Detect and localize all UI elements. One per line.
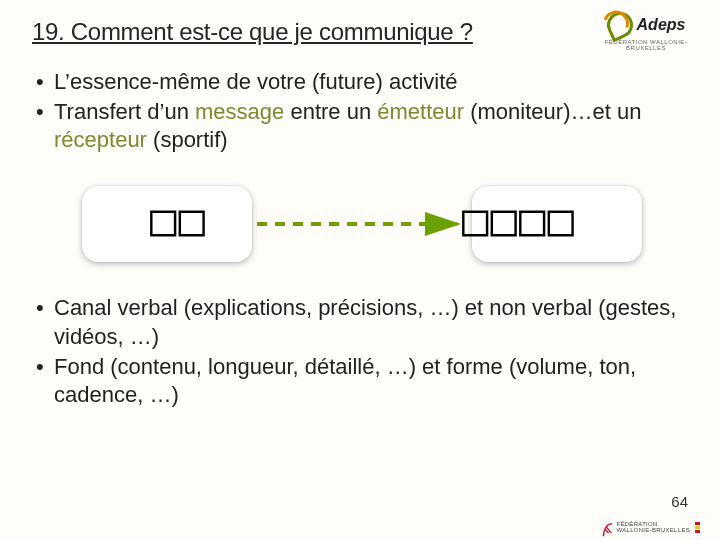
bullet-text: Transfert d’un: [54, 99, 195, 124]
slide: Adeps FÉDÉRATION WALLONIE-BRUXELLES 19. …: [0, 0, 720, 540]
bullet-item: Canal verbal (explications, précisions, …: [32, 294, 692, 350]
adeps-logo-name: Adeps: [637, 16, 686, 33]
adeps-logo: Adeps FÉDÉRATION WALLONIE-BRUXELLES: [596, 12, 696, 51]
slide-title: 19. Comment est-ce que je communique ?: [32, 18, 692, 46]
rooster-icon: ϡ: [602, 516, 613, 538]
adeps-logo-icon: [602, 8, 637, 43]
page-number: 64: [671, 493, 688, 510]
bullet-text: L’essence-même de votre (future) activit…: [54, 69, 458, 94]
bullet-text: émetteur: [377, 99, 464, 124]
diagram-arrow: [82, 178, 642, 270]
bullet-item: Transfert d’un message entre un émetteur…: [32, 98, 692, 154]
federation-logo: ϡ FÉDÉRATION WALLONIE-BRUXELLES: [602, 516, 700, 538]
bullet-text: message: [195, 99, 284, 124]
diagram: □□ □□□□: [32, 178, 692, 270]
bullet-text: Canal verbal (explications, précisions, …: [54, 295, 676, 348]
bullet-list-top: L’essence-même de votre (future) activit…: [32, 68, 692, 154]
bullet-list-bottom: Canal verbal (explications, précisions, …: [32, 294, 692, 409]
bullet-text: entre un: [284, 99, 377, 124]
bullet-text: (sportif): [147, 127, 228, 152]
bullet-text: (moniteur)…et un: [464, 99, 641, 124]
bullet-text: récepteur: [54, 127, 147, 152]
federation-line2: WALLONIE-BRUXELLES: [616, 527, 690, 533]
adeps-logo-sub: FÉDÉRATION WALLONIE-BRUXELLES: [596, 39, 696, 51]
flag-bars-icon: [695, 522, 700, 533]
bullet-item: Fond (contenu, longueur, détaillé, …) et…: [32, 353, 692, 409]
bullet-text: Fond (contenu, longueur, détaillé, …) et…: [54, 354, 636, 407]
bullet-item: L’essence-même de votre (future) activit…: [32, 68, 692, 96]
